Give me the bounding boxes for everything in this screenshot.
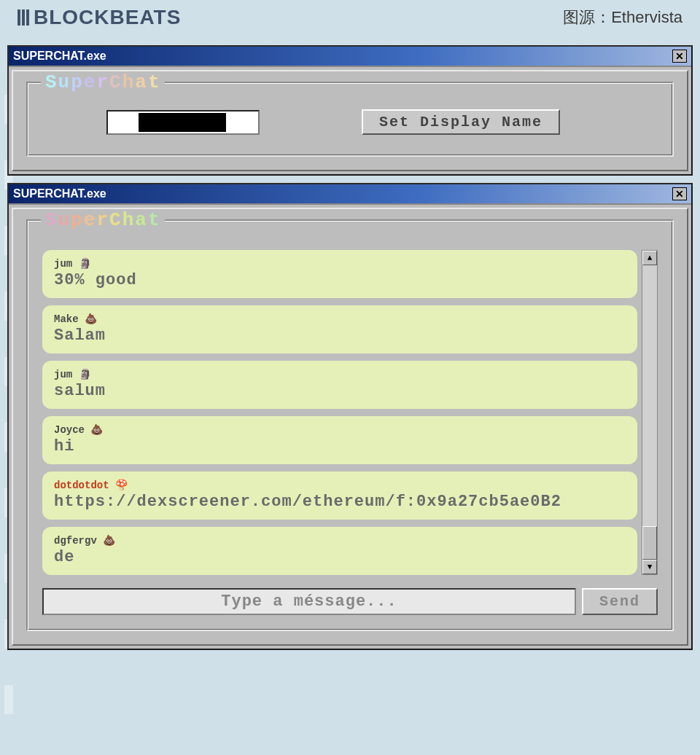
window-title: SUPERCHAT.exe <box>13 50 106 63</box>
chat-message: Make 💩Salam <box>42 305 637 353</box>
scroll-thumb[interactable] <box>642 526 657 560</box>
brand-logo: BLOCKBEATS <box>18 6 181 29</box>
chat-area: jum 🗿30% goodMake 💩Salamjum 🗿salumJoyce … <box>42 250 658 575</box>
page-header: BLOCKBEATS 图源：Ethervista <box>0 0 700 42</box>
set-display-name-button[interactable]: Set Display Name <box>362 109 560 135</box>
chat-message: jum 🗿30% good <box>42 250 637 298</box>
message-input[interactable]: Type a méssage... <box>42 588 576 615</box>
close-icon[interactable]: ✕ <box>672 187 687 200</box>
message-text: Salam <box>54 326 626 345</box>
scroll-down-icon[interactable]: ▼ <box>642 560 657 574</box>
window-title: SUPERCHAT.exe <box>13 187 106 200</box>
message-text: hi <box>54 437 626 455</box>
message-username: dotdotdot 🍄 <box>54 479 626 491</box>
window-body: SuperChat jum 🗿30% goodMake 💩Salamjum 🗿s… <box>12 208 688 646</box>
message-text: de <box>54 548 626 566</box>
chat-message: dotdotdot 🍄https://dexscreener.com/ether… <box>42 472 637 520</box>
message-text: salum <box>54 382 626 400</box>
message-username: Joyce 💩 <box>54 423 626 436</box>
scroll-up-icon[interactable]: ▲ <box>642 251 657 265</box>
legend-superchat: SuperChat <box>41 71 165 93</box>
scrollbar[interactable]: ▲ ▼ <box>642 250 658 575</box>
message-username: dgfergv 💩 <box>54 534 626 547</box>
titlebar[interactable]: SUPERCHAT.exe ✕ <box>9 184 691 205</box>
brand-bars-icon <box>18 9 29 26</box>
message-username: jum 🗿 <box>54 257 626 270</box>
fieldset-name: SuperChat Set Display Name <box>26 82 674 157</box>
compose-row: Type a méssage... Send <box>42 588 658 615</box>
window-body: SuperChat Set Display Name <box>12 70 688 171</box>
close-icon[interactable]: ✕ <box>672 50 687 63</box>
titlebar[interactable]: SUPERCHAT.exe ✕ <box>9 47 691 67</box>
send-button[interactable]: Send <box>582 588 658 615</box>
chat-message: Joyce 💩hi <box>42 416 637 464</box>
window-superchat-setname: SUPERCHAT.exe ✕ SuperChat Set Display Na… <box>7 45 693 176</box>
message-username: Make 💩 <box>54 313 626 325</box>
image-credit: 图源：Ethervista <box>563 7 682 28</box>
display-name-row: Set Display Name <box>48 109 652 135</box>
message-list: jum 🗿30% goodMake 💩Salamjum 🗿salumJoyce … <box>42 250 637 575</box>
brand-text: BLOCKBEATS <box>34 6 181 29</box>
chat-message: jum 🗿salum <box>42 361 637 409</box>
display-name-input[interactable] <box>106 110 260 135</box>
window-superchat-chat: SUPERCHAT.exe ✕ SuperChat jum 🗿30% goodM… <box>7 183 693 650</box>
redacted-name <box>139 113 226 132</box>
message-text: 30% good <box>54 271 626 289</box>
chat-message: dgfergv 💩de <box>42 527 637 575</box>
message-username: jum 🗿 <box>54 368 626 380</box>
fieldset-chat: SuperChat jum 🗿30% goodMake 💩Salamjum 🗿s… <box>26 219 674 631</box>
message-text: https://dexscreener.com/ethereum/f:0x9a2… <box>54 493 626 511</box>
legend-superchat: SuperChat <box>41 209 165 231</box>
